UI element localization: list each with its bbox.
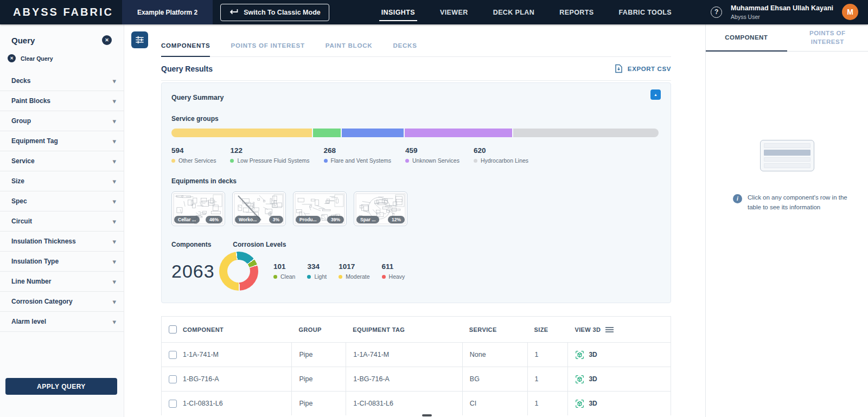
switch-classic-mode-label: Switch To Classic Mode: [244, 9, 320, 16]
filter-label: Alarm level: [11, 318, 46, 325]
row-checkbox[interactable]: [169, 375, 177, 383]
sidebar-filter-insulation-type[interactable]: Insulation Type▾: [0, 252, 124, 272]
nav-item-insights[interactable]: INSIGHTS: [381, 0, 415, 24]
tab-points-of-interest[interactable]: POINTS OF INTEREST: [231, 42, 304, 56]
view-3d-button[interactable]: 3D: [575, 399, 597, 408]
legend-item-clean: 101Clean: [273, 262, 295, 280]
table-row[interactable]: 1-1A-741-MPipe1-1A-741-MNone13D: [162, 342, 671, 367]
nav-item-viewer[interactable]: VIEWER: [440, 0, 468, 24]
select-all-checkbox[interactable]: [169, 325, 177, 333]
nav-item-reports[interactable]: REPORTS: [559, 0, 593, 24]
legend-label: Light: [314, 273, 327, 280]
legend-value: 594: [171, 146, 216, 155]
insights-tabs: COMPONENTSPOINTS OF INTERESTPAINT BLOCKD…: [161, 24, 671, 57]
sidebar-filter-group[interactable]: Group▾: [0, 111, 124, 131]
deck-name-badge: Worko...: [235, 216, 260, 223]
sidebar-filter-line-number[interactable]: Line Number▾: [0, 272, 124, 292]
filter-label: Insulation Type: [11, 258, 59, 265]
donut-hole: [227, 260, 250, 283]
view-3d-label: 3D: [589, 351, 597, 358]
placeholder-row: [764, 143, 810, 148]
sidebar-filter-equipment-tag[interactable]: Equipment Tag▾: [0, 131, 124, 151]
column-settings-icon[interactable]: [605, 326, 614, 333]
column-header-label: EQUIPMENT TAG: [353, 326, 405, 333]
chevron-down-icon: ▾: [112, 117, 116, 125]
column-header-label: GROUP: [298, 326, 321, 333]
table-row[interactable]: 1-CI-0831-L6Pipe1-CI-0831-L6CI13D: [162, 391, 671, 415]
detail-tab-component[interactable]: COMPONENT: [706, 24, 787, 51]
detail-tab-points-of-interest[interactable]: POINTS OF INTEREST: [787, 24, 868, 51]
chevron-down-icon: ▾: [112, 177, 116, 185]
export-csv-button[interactable]: EXPORT CSV: [615, 64, 671, 73]
legend-label: Heavy: [389, 273, 405, 280]
user-block: Muhammad Ehsan Ullah Kayani Abyss User: [731, 4, 833, 21]
corrosion-levels-label: Corrosion Levels: [233, 241, 286, 248]
legend-item-unknown-services: 459Unknown Services: [405, 146, 459, 164]
clear-query-button[interactable]: ✕ Clear Query: [0, 45, 124, 65]
sidebar-filter-spec[interactable]: Spec▾: [0, 191, 124, 211]
deck-thumbnail-1[interactable]: Cellar ...46%: [171, 191, 225, 226]
column-header-component: COMPONENT: [162, 317, 291, 342]
deck-name-badge: Produ...: [296, 216, 321, 223]
legend-dot: [273, 275, 277, 279]
deck-name-badge: Spar ...: [356, 216, 379, 223]
row-checkbox[interactable]: [169, 351, 177, 359]
table-row[interactable]: 1-BG-716-APipe1-BG-716-ABG13D: [162, 367, 671, 391]
cell-service: CI: [462, 392, 527, 415]
view-3d-button[interactable]: 3D: [575, 375, 597, 384]
deck-thumbnail-2[interactable]: Worko...3%: [232, 191, 286, 226]
legend-item-flare-and-vent-systems: 268Flare and Vent Systems: [324, 146, 391, 164]
chevron-down-icon: ▾: [112, 217, 116, 226]
switch-classic-mode-button[interactable]: Switch To Classic Mode: [220, 4, 329, 21]
component-name: 1-CI-0831-L6: [183, 400, 223, 407]
info-icon: i: [733, 194, 742, 203]
nav-item-fabric-tools[interactable]: FABRIC TOOLS: [618, 0, 672, 24]
nav-item-deck-plan[interactable]: DECK PLAN: [493, 0, 535, 24]
view-3d-label: 3D: [589, 375, 597, 383]
close-query-panel-icon[interactable]: ✕: [102, 35, 112, 45]
help-icon[interactable]: ?: [711, 7, 722, 18]
platform-selector[interactable]: Example Platform 2: [122, 0, 213, 24]
legend-item-hydrocarbon-lines: 620Hydrocarbon Lines: [474, 146, 528, 164]
legend-item-heavy: 611Heavy: [382, 262, 405, 280]
row-checkbox[interactable]: [169, 400, 177, 408]
tab-decks[interactable]: DECKS: [393, 42, 417, 56]
legend-dot: [405, 159, 409, 163]
legend-value: 268: [324, 146, 391, 155]
sidebar-filter-circuit[interactable]: Circuit▾: [0, 211, 124, 232]
sidebar-filter-service[interactable]: Service▾: [0, 151, 124, 171]
sidebar-filter-corrosion-category[interactable]: Corrosion Category▾: [0, 292, 124, 312]
cell-equipment-tag: 1-CI-0831-L6: [346, 392, 462, 415]
tab-components[interactable]: COMPONENTS: [161, 42, 210, 56]
collapse-summary-button[interactable]: ▲: [650, 89, 661, 100]
corrosion-donut-chart: [219, 252, 258, 291]
sidebar-filter-paint-blocks[interactable]: Paint Blocks▾: [0, 91, 124, 111]
empty-state-illustration: [760, 140, 814, 171]
query-summary-title: Query Summary: [171, 92, 660, 101]
sidebar-filter-insulation-thickness[interactable]: Insulation Thickness▾: [0, 232, 124, 252]
apply-query-button[interactable]: APPLY QUERY: [5, 378, 117, 395]
chevron-down-icon: ▾: [112, 238, 116, 246]
tab-paint-block[interactable]: PAINT BLOCK: [326, 42, 373, 56]
component-name: 1-1A-741-M: [183, 351, 219, 358]
legend-label: Flare and Vent Systems: [331, 157, 391, 164]
export-file-icon: [615, 64, 623, 73]
horizontal-scrollbar-thumb[interactable]: [422, 414, 432, 416]
cell-service: BG: [462, 367, 527, 391]
view-3d-icon: [575, 350, 584, 360]
legend-value: 101: [273, 262, 295, 271]
app-logo: ABYSS FABRIC: [13, 6, 113, 18]
view-3d-button[interactable]: 3D: [575, 350, 597, 360]
service-groups-legend: 594Other Services122Low Pressure Fluid S…: [171, 146, 660, 164]
deck-thumbnail-3[interactable]: Produ...39%: [293, 191, 347, 226]
column-header-label: SIZE: [534, 326, 548, 333]
equipments-in-decks-label: Equipments in decks: [171, 177, 660, 185]
avatar[interactable]: M: [842, 4, 858, 20]
legend-label: Hydrocarbon Lines: [481, 157, 528, 164]
toggle-query-panel-button[interactable]: [131, 31, 148, 48]
sidebar-filter-size[interactable]: Size▾: [0, 171, 124, 191]
legend-value: 1017: [339, 262, 369, 271]
deck-thumbnail-4[interactable]: Spar ...12%: [354, 191, 407, 226]
sidebar-filter-decks[interactable]: Decks▾: [0, 71, 124, 91]
sidebar-filter-alarm-level[interactable]: Alarm level▾: [0, 312, 124, 332]
